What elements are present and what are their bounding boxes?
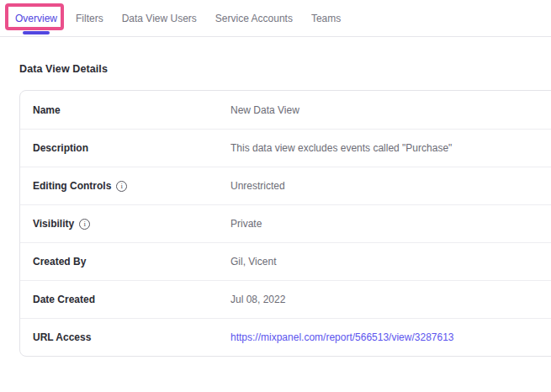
row-value-date-created: Jul 08, 2022 [230, 294, 285, 305]
row-label-url-access: URL Access [20, 331, 230, 343]
tab-teams-label: Teams [311, 13, 341, 24]
info-icon[interactable]: i [79, 219, 90, 230]
tab-service-accounts[interactable]: Service Accounts [206, 0, 302, 36]
row-label-date-created: Date Created [20, 294, 230, 305]
table-row-url-access: URL Access https://mixpanel.com/report/5… [20, 318, 551, 356]
row-label-visibility: Visibility i [20, 218, 230, 230]
row-label-text: Visibility [33, 218, 74, 230]
info-icon[interactable]: i [116, 181, 127, 192]
table-row-editing-controls: Editing Controls i Unrestricted [20, 167, 551, 204]
row-label-text: Created By [33, 256, 86, 268]
tab-overview-label: Overview [15, 13, 57, 24]
table-row-description: Description This data view excludes even… [20, 129, 551, 167]
row-value-url-access: https://mixpanel.com/report/566513/view/… [230, 331, 454, 343]
tab-filters-label: Filters [76, 13, 103, 24]
main-content: Data View Details Name New Data View Des… [0, 37, 551, 357]
tab-data-view-users-label: Data View Users [122, 13, 197, 24]
url-access-link[interactable]: https://mixpanel.com/report/566513/view/… [230, 331, 454, 343]
row-label-created-by: Created By [20, 256, 230, 268]
row-label-name: Name [20, 104, 230, 116]
row-label-text: URL Access [33, 331, 91, 343]
row-label-text: Editing Controls [33, 180, 111, 192]
table-row-created-by: Created By Gil, Vicent [20, 242, 551, 280]
page-title: Data View Details [19, 63, 551, 75]
row-label-editing-controls: Editing Controls i [20, 180, 230, 192]
row-label-text: Date Created [33, 294, 95, 305]
tab-service-accounts-label: Service Accounts [215, 13, 293, 24]
row-label-description: Description [20, 142, 230, 154]
row-label-text: Description [33, 142, 88, 154]
table-row-date-created: Date Created Jul 08, 2022 [20, 280, 551, 318]
tab-filters[interactable]: Filters [66, 0, 113, 36]
row-label-text: Name [33, 104, 61, 116]
row-value-created-by: Gil, Vicent [230, 256, 276, 268]
table-row-visibility: Visibility i Private [20, 204, 551, 242]
tab-overview[interactable]: Overview [6, 0, 66, 36]
tab-data-view-users[interactable]: Data View Users [113, 0, 206, 36]
row-value-name: New Data View [230, 104, 299, 116]
tab-bar: Overview Filters Data View Users Service… [0, 0, 551, 37]
row-value-editing-controls: Unrestricted [230, 180, 285, 192]
tab-teams[interactable]: Teams [302, 0, 350, 36]
row-value-description: This data view excludes events called "P… [230, 142, 452, 154]
row-value-visibility: Private [230, 218, 262, 230]
table-row-name: Name New Data View [20, 91, 551, 129]
data-view-details-card: Name New Data View Description This data… [19, 90, 551, 357]
